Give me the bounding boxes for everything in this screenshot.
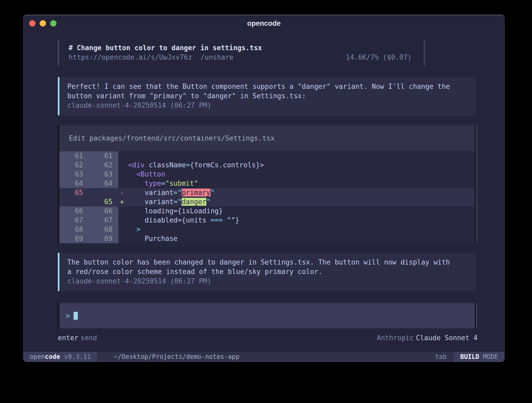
- diff-marker: [120, 206, 124, 216]
- diff-code-line: Purchase: [124, 234, 178, 243]
- diff-row: 6666 loading={isLoading}: [59, 206, 475, 216]
- session-header: # Change button color to danger in setti…: [58, 39, 425, 66]
- old-line-number: 67: [59, 216, 89, 225]
- app-version: v0.3.11: [64, 353, 91, 360]
- diff-marker: -: [120, 188, 124, 197]
- text-cursor: [74, 312, 78, 320]
- diff-row: 6464 type="submit": [59, 179, 475, 188]
- code-token: <div: [128, 161, 145, 169]
- new-line-number: 69: [89, 234, 118, 243]
- code-token: =": [173, 189, 182, 197]
- model-indicator: AnthropicClaude Sonnet 4: [377, 333, 478, 343]
- new-line-number: 67: [89, 216, 118, 225]
- code-token: [124, 161, 128, 169]
- diff-marker: [120, 234, 124, 243]
- diff-marker: [120, 170, 124, 179]
- old-line-number: 68: [59, 225, 89, 234]
- diff-row: 6161: [59, 151, 475, 161]
- prompt-input[interactable]: >: [58, 303, 476, 328]
- code-token: variant: [124, 189, 173, 197]
- old-line-number: 69: [59, 234, 89, 243]
- titlebar: opencode: [23, 15, 504, 32]
- minimize-button[interactable]: [40, 20, 46, 27]
- diff-marker: [120, 161, 124, 170]
- code-token: {formCs.controls}>: [190, 161, 264, 169]
- old-line-number: 66: [59, 206, 89, 216]
- maximize-button[interactable]: [50, 20, 57, 27]
- old-line-number: [59, 197, 89, 206]
- diff-row: 6969 Purchase: [59, 234, 475, 243]
- opencode-window: opencode # Change button color to danger…: [23, 15, 505, 362]
- edit-tool-title: Edit packages/frontend/src/containers/Se…: [59, 125, 475, 151]
- diff-marker: [120, 151, 124, 161]
- diff-row: 6262 <div className={formCs.controls}>: [59, 161, 475, 170]
- new-line-number: 64: [89, 179, 118, 188]
- new-line-number: [89, 188, 118, 197]
- send-action-label: send: [80, 334, 97, 342]
- tab-key-hint[interactable]: tab: [435, 353, 447, 360]
- diff-code-line: >: [124, 225, 141, 234]
- new-line-number: 68: [89, 225, 118, 234]
- code-token: type: [145, 179, 161, 187]
- code-token: ": [211, 189, 215, 197]
- diff-code-line: disabled={units === ""}: [124, 216, 239, 225]
- assistant-message: The button color has been changed to dan…: [58, 253, 476, 291]
- message-text-line: a red/rose color scheme instead of the b…: [67, 267, 468, 276]
- edit-tool-block: Edit packages/frontend/src/containers/Se…: [58, 125, 476, 243]
- code-token: =": [173, 198, 182, 206]
- diff-code-line: loading={isLoading}: [124, 206, 223, 216]
- diff-row: 65- variant="primary": [59, 188, 475, 197]
- message-text-line: Perfect! I can see that the Button compo…: [67, 82, 468, 91]
- diff-row: 6868 >: [59, 225, 475, 234]
- diff-row: 65+ variant="danger": [59, 197, 475, 206]
- status-bar: opencodev0.3.11 ~/Desktop/Projects/demo-…: [23, 352, 504, 362]
- old-line-number: 64: [59, 179, 89, 188]
- session-content: # Change button color to danger in setti…: [23, 32, 504, 352]
- message-text-line: The button color has been changed to dan…: [67, 257, 468, 267]
- model-label: Claude Sonnet 4: [416, 334, 478, 342]
- diff-row: 6767 disabled={units === ""}: [59, 216, 475, 225]
- share-url-link[interactable]: https://opencode.ai/s/UwJxv76z: [69, 53, 192, 61]
- code-token: [124, 170, 136, 178]
- diff-code-line: type="submit": [124, 179, 198, 188]
- diff-row: 6363 <Button: [59, 170, 475, 179]
- old-line-number: 65: [59, 188, 89, 197]
- window-title: opencode: [23, 19, 504, 28]
- code-token: <Button: [136, 170, 165, 178]
- new-line-number: 65: [89, 197, 118, 206]
- code-token: =: [186, 161, 190, 169]
- message-model-timestamp: claude-sonnet-4-20250514 (06:27 PM): [67, 101, 468, 110]
- code-token: primary: [182, 189, 211, 197]
- code-token: =: [161, 179, 165, 187]
- new-line-number: 62: [89, 161, 118, 170]
- diff-marker: [120, 179, 124, 188]
- send-hint: entersend: [58, 333, 97, 343]
- code-token: Purchase: [124, 235, 178, 242]
- code-token: className: [145, 161, 186, 169]
- mode-indicator: BUILDMODE: [454, 352, 504, 362]
- code-token: danger: [182, 198, 206, 206]
- working-directory: ~/Desktop/Projects/demo-notes-app: [114, 353, 239, 360]
- old-line-number: 62: [59, 161, 89, 170]
- session-title: # Change button color to danger in setti…: [69, 43, 424, 53]
- old-line-number: 63: [59, 170, 89, 179]
- unshare-command[interactable]: /unshare: [201, 53, 233, 61]
- diff-code-line: <Button: [124, 170, 165, 179]
- message-model-timestamp: claude-sonnet-4-20250514 (06:27 PM): [67, 276, 468, 286]
- close-button[interactable]: [29, 20, 35, 27]
- code-token: "submit": [165, 179, 198, 187]
- diff-view: 6161 6262 <div className={formCs.control…: [59, 151, 475, 243]
- prompt-symbol: >: [66, 311, 70, 321]
- hint-bar: entersend AnthropicClaude Sonnet 4: [58, 333, 478, 343]
- assistant-message: Perfect! I can see that the Button compo…: [58, 77, 476, 115]
- token-cost-stats: 14.6K/7% ($0.07): [346, 53, 412, 62]
- app-version-chip: opencodev0.3.11: [23, 352, 97, 362]
- code-token: loading={isLoading}: [124, 207, 223, 215]
- app-name-light: open: [30, 353, 45, 360]
- provider-label: Anthropic: [377, 334, 414, 342]
- app-name-bold: code: [45, 353, 60, 360]
- new-line-number: 61: [89, 151, 118, 161]
- code-token: ===: [211, 216, 223, 224]
- diff-marker: +: [120, 197, 124, 206]
- enter-key-hint: enter: [58, 334, 78, 342]
